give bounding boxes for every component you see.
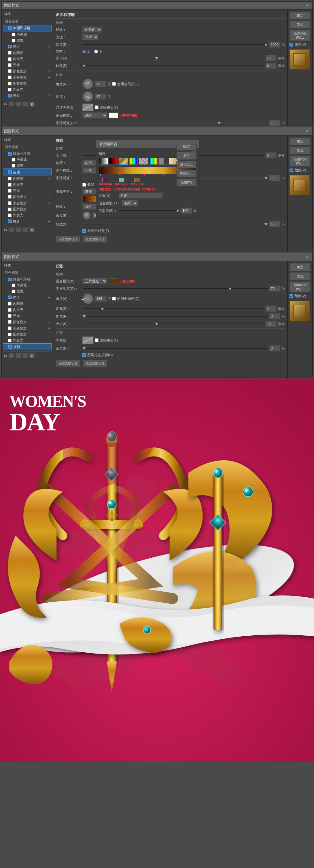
- satin-item-2[interactable]: 光泽: [3, 188, 52, 194]
- altitude-wheel[interactable]: [82, 91, 94, 102]
- ce-load-btn[interactable]: 载入(L)...: [176, 161, 197, 168]
- depth-slider[interactable]: [82, 44, 268, 45]
- stroke-size-input[interactable]: [265, 152, 277, 158]
- overprint-checkbox[interactable]: [82, 183, 86, 187]
- outer-glow-checkbox-3[interactable]: [8, 339, 12, 342]
- gradient-overlay-plus-2[interactable]: +: [48, 200, 50, 206]
- stroke-plus[interactable]: +: [48, 44, 50, 49]
- pattern-overlay-checkbox-3[interactable]: [8, 333, 12, 336]
- highlight-opacity-input[interactable]: [269, 120, 280, 126]
- inner-shadow-item[interactable]: 内阴影 +: [3, 50, 52, 56]
- contour-item[interactable]: 等高线: [3, 31, 52, 37]
- ds-global-checkbox[interactable]: [112, 297, 116, 301]
- use-global-checkbox-1[interactable]: [112, 82, 116, 86]
- inner-shadow-plus[interactable]: +: [48, 50, 50, 55]
- inner-shadow-plus-3[interactable]: +: [48, 301, 50, 306]
- highlight-opacity-slider[interactable]: [82, 122, 268, 124]
- smoothness-input[interactable]: [181, 208, 192, 214]
- color-overlay-item-2[interactable]: 颜色叠加 +: [3, 194, 52, 200]
- blend-options-label-2[interactable]: 混合选项: [3, 144, 52, 150]
- pattern-overlay-item-3[interactable]: 图案叠加: [3, 331, 52, 337]
- stroke-angle-wheel[interactable]: [82, 211, 91, 220]
- drop-shadow-item[interactable]: 投影 +: [3, 92, 52, 99]
- depth-input[interactable]: [269, 41, 280, 48]
- ok-btn-2[interactable]: 确定: [289, 137, 311, 145]
- inner-shadow-plus-2[interactable]: +: [48, 176, 50, 181]
- color-overlay-item[interactable]: 颜色叠加 +: [3, 68, 52, 74]
- ds-contour-preview[interactable]: [82, 336, 94, 344]
- color-overlay-plus-3[interactable]: +: [48, 319, 50, 324]
- ds-blend-select[interactable]: 正片叠底: [82, 278, 107, 284]
- gradient-overlay-item-2[interactable]: 渐变叠加 +: [3, 200, 52, 206]
- cancel-btn-1[interactable]: 复位: [289, 21, 311, 29]
- swatch-gold-selected[interactable]: [119, 158, 128, 165]
- color-overlay-checkbox[interactable]: [8, 69, 12, 73]
- grad-type-select[interactable]: 实底: [121, 200, 138, 206]
- fx-delete-btn-3[interactable]: 🗑: [29, 353, 35, 358]
- bevel-emboss-checkbox[interactable]: [8, 26, 12, 30]
- drop-shadow-plus[interactable]: +: [48, 93, 50, 98]
- angle-wheel-1[interactable]: [82, 78, 94, 90]
- align-layer-checkbox[interactable]: [82, 229, 86, 233]
- ce-ok-btn[interactable]: 确定: [176, 143, 197, 151]
- ds-spread-slider[interactable]: [82, 316, 268, 317]
- texture-item-3[interactable]: 纹理: [3, 288, 52, 294]
- satin-checkbox-2[interactable]: [8, 189, 12, 193]
- anti-alias-checkbox[interactable]: [95, 105, 99, 109]
- outer-glow-item-3[interactable]: 外发光: [3, 337, 52, 343]
- drop-shadow-checkbox-2[interactable]: [8, 219, 12, 223]
- fx-up-btn-3[interactable]: ↑: [15, 353, 21, 358]
- ds-spread-input[interactable]: [269, 313, 280, 319]
- color-overlay-checkbox-3[interactable]: [8, 320, 12, 324]
- pattern-overlay-item-2[interactable]: 图案叠加: [3, 206, 52, 212]
- fx-down-btn-2[interactable]: ↓: [22, 227, 28, 232]
- soften-slider[interactable]: [82, 65, 264, 66]
- swatch-bw[interactable]: [99, 158, 108, 165]
- size-input[interactable]: [265, 55, 277, 61]
- swatch-spectrum[interactable]: [129, 158, 138, 165]
- ds-noise-slider[interactable]: [82, 348, 268, 349]
- texture-checkbox[interactable]: [12, 39, 15, 42]
- ce-new-btn[interactable]: 新建(W): [176, 179, 197, 186]
- stroke-item-3[interactable]: 描边 +: [3, 294, 52, 301]
- gradient-overlay-checkbox-2[interactable]: [8, 201, 12, 205]
- highlight-color-swatch[interactable]: [109, 113, 118, 118]
- gradient-overlay-item[interactable]: 渐变叠加 +: [3, 74, 52, 81]
- new-style-btn-2[interactable]: 新建样式(W)...: [289, 156, 311, 166]
- direction-down-radio[interactable]: [94, 50, 98, 54]
- swatch-rgb[interactable]: [149, 158, 158, 165]
- fx-delete-btn-2[interactable]: 🗑: [29, 227, 35, 232]
- bevel-emboss-item-3[interactable]: 斜面和浮雕: [3, 276, 52, 282]
- ok-btn-1[interactable]: 确定: [289, 12, 311, 20]
- inner-shadow-item-2[interactable]: 内阴影 +: [3, 176, 52, 182]
- cancel-btn-2[interactable]: 复位: [289, 147, 311, 154]
- stroke-scale-slider[interactable]: [82, 223, 268, 225]
- color-overlay-plus-2[interactable]: +: [48, 194, 50, 199]
- stroke-opacity-input[interactable]: [269, 175, 280, 181]
- fx-delete-btn[interactable]: 🗑: [29, 101, 35, 106]
- bevel-emboss-item-2[interactable]: 斜面和浮雕: [3, 151, 52, 157]
- smoothness-slider[interactable]: [119, 210, 180, 211]
- inner-shadow-checkbox[interactable]: [8, 51, 12, 55]
- color-overlay-plus[interactable]: +: [48, 68, 50, 73]
- stroke-item-2[interactable]: 描边 +: [3, 168, 52, 176]
- outer-glow-checkbox-2[interactable]: [8, 214, 12, 217]
- ds-opacity-input[interactable]: [269, 285, 280, 292]
- preview-check-3[interactable]: [289, 294, 293, 298]
- contour-checkbox-2[interactable]: [12, 158, 15, 162]
- stop-color-3[interactable]: [134, 178, 140, 182]
- new-style-btn-3[interactable]: 新建样式(W)...: [289, 281, 311, 292]
- bevel-emboss-checkbox-2[interactable]: [8, 152, 12, 156]
- gradient-overlay-plus[interactable]: +: [48, 75, 50, 80]
- ds-angle-wheel[interactable]: [82, 293, 94, 304]
- pattern-overlay-checkbox[interactable]: [8, 82, 12, 86]
- bevel-emboss-checkbox-3[interactable]: [8, 278, 12, 281]
- texture-checkbox-3[interactable]: [12, 289, 15, 293]
- inner-glow-item-3[interactable]: 内发光: [3, 307, 52, 313]
- satin-checkbox-3[interactable]: [8, 314, 12, 318]
- stop-color-2[interactable]: [119, 178, 124, 182]
- reset-default-btn-2[interactable]: 复位为默认值: [83, 236, 107, 243]
- pattern-overlay-item[interactable]: 图案叠加: [3, 81, 52, 87]
- reset-default-btn-3[interactable]: 复位为默认值: [83, 360, 107, 367]
- gradient-overlay-checkbox[interactable]: [8, 75, 12, 79]
